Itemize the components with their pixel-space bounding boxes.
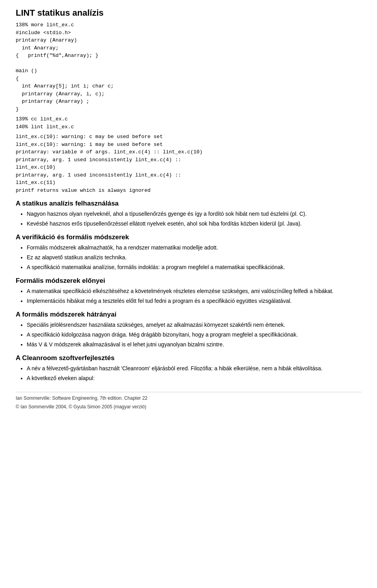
section-cleanroom: A Cleanroom szoftverfejlesztés A név a f…: [16, 354, 361, 382]
code-block-2: 139% cc lint_ex.c 140% lint lint_ex.c: [16, 115, 361, 131]
section-static-analysis-use: A statikus analízis felhasználása Nagyon…: [16, 200, 361, 228]
footer-line1: Ian Sommerville: Software Engineering, 7…: [16, 395, 361, 402]
section-heading-5: A Cleanroom szoftverfejlesztés: [16, 354, 361, 362]
list-item: Nagyon hasznos olyan nyelveknél, ahol a …: [27, 210, 361, 218]
list-item: Ez az alapvető statikus analízis technik…: [27, 253, 361, 262]
bullet-list-4: Speciális jelölésrendszer használata szü…: [27, 321, 361, 349]
section-heading-4: A formális módszerek hátrányai: [16, 311, 361, 319]
footer: Ian Sommerville: Software Engineering, 7…: [16, 392, 361, 410]
list-item: Más V & V módszerek alkalmazásával is el…: [27, 340, 361, 349]
footer-line2: © Ian Sommerville 2004, © Gyula Simon 20…: [16, 403, 361, 410]
list-item: Formális módszerek alkalmazhatók, ha a r…: [27, 244, 361, 252]
list-item: Implementációs hibákat még a tesztelés e…: [27, 297, 361, 305]
list-item: A következő elveken alapul:: [27, 374, 361, 382]
section-heading-3: Formális módszerek előnyei: [16, 277, 361, 285]
bullet-list-3: A matematikai specifikáció elkészítéséhe…: [27, 287, 361, 305]
section-formal-disadvantages: A formális módszerek hátrányai Speciális…: [16, 311, 361, 349]
section-verification-formal: A verifikáció és formális módszerek Form…: [16, 233, 361, 271]
bullet-list-5: A név a félvezető-gyártásban használt 'C…: [27, 364, 361, 382]
list-item: A matematikai specifikáció elkészítéséhe…: [27, 287, 361, 295]
section-formal-advantages: Formális módszerek előnyei A matematikai…: [16, 277, 361, 305]
list-item: A specifikáció kidolgozása nagyon drága.…: [27, 331, 361, 339]
bullet-list-1: Nagyon hasznos olyan nyelveknél, ahol a …: [27, 210, 361, 228]
page-title: LINT statikus analízis: [16, 8, 361, 18]
section-heading-1: A statikus analízis felhasználása: [16, 200, 361, 208]
section-heading-2: A verifikáció és formális módszerek: [16, 233, 361, 241]
list-item: Speciális jelölésrendszer használata szü…: [27, 321, 361, 329]
list-item: A név a félvezető-gyártásban használt 'C…: [27, 364, 361, 373]
list-item: A specifikáció matematikai analízise, fo…: [27, 263, 361, 271]
bullet-list-2: Formális módszerek alkalmazhatók, ha a r…: [27, 244, 361, 271]
list-item: Kevésbé hasznos erős típusellenőrzéssel …: [27, 220, 361, 228]
code-block-1: 138% more lint_ex.c #include <stdio.h> p…: [16, 21, 361, 113]
code-block-3: lint_ex.c(10): warning: c may be used be…: [16, 133, 361, 194]
